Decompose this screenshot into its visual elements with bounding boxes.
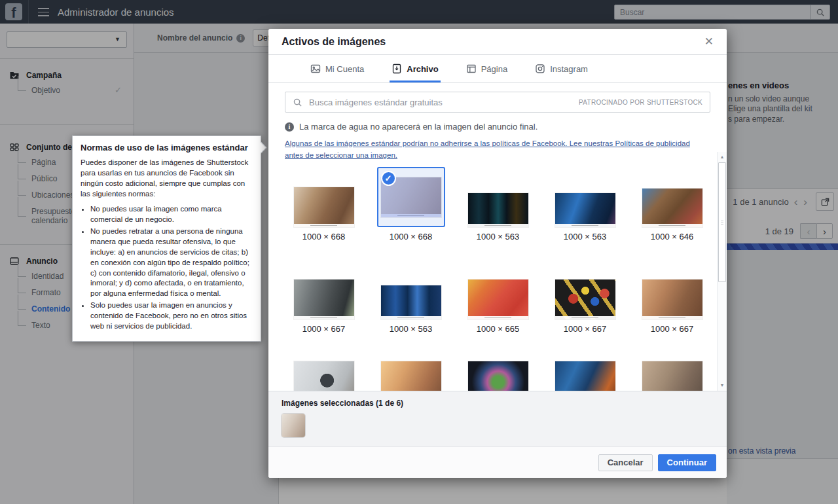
watermark-note: La marca de agua no aparecerá en la imag… <box>299 122 537 132</box>
image-thumb-box <box>642 165 702 227</box>
image-thumb-box <box>294 257 354 319</box>
image-result[interactable]: 1000 × 563 <box>367 257 454 334</box>
tooltip-bullet: No puedes retratar a una persona de ning… <box>90 226 253 299</box>
image-grid: 1000 × 668✓1000 × 6681000 × 5631000 × 56… <box>280 152 717 391</box>
stock-image-thumbnail[interactable] <box>294 279 354 319</box>
tab-pagina[interactable]: Página <box>466 55 507 82</box>
selected-images-label: Imágenes seleccionadas (1 de 6) <box>282 399 714 408</box>
image-thumb-box <box>381 339 441 391</box>
selected-images-bar: Imágenes seleccionadas (1 de 6) <box>268 391 727 446</box>
image-result[interactable]: 1000 × 668 <box>280 165 367 242</box>
stock-search-bar: PATROCINADO POR SHUTTERSTOCK <box>285 92 710 113</box>
tooltip-bullet: No puedes usar la imagen como marca come… <box>90 204 253 225</box>
image-dimensions-label: 1000 × 667 <box>564 325 606 334</box>
image-result[interactable]: 1000 × 667 <box>541 257 628 334</box>
modal-header: Activos de imágenes ✕ <box>268 29 727 55</box>
modal-tabs: Mi Cuenta Archivo Página Instagram <box>268 55 727 83</box>
image-thumb-box: ✓ <box>377 165 445 227</box>
image-dimensions-label: 1000 × 665 <box>477 325 519 334</box>
image-thumb-box <box>294 339 354 391</box>
image-thumb-box <box>555 257 615 319</box>
cancel-button[interactable]: Cancelar <box>598 454 653 471</box>
stock-image-thumbnail[interactable] <box>555 361 615 391</box>
stock-image-thumbnail[interactable] <box>294 187 354 227</box>
scrollbar-thumb[interactable] <box>718 162 726 282</box>
tab-label: Instagram <box>550 64 588 74</box>
image-result[interactable]: 1000 × 667 <box>628 257 716 334</box>
tab-archivo[interactable]: Archivo <box>392 55 438 82</box>
image-grid-row: 1000 × 668✓1000 × 6681000 × 5631000 × 56… <box>280 165 717 242</box>
scroll-up-icon[interactable]: ▲ <box>718 153 727 162</box>
selected-image-frame[interactable]: ✓ <box>377 167 445 227</box>
stock-image-thumbnail[interactable] <box>642 361 702 391</box>
image-thumb-box <box>381 257 441 319</box>
stock-search-input[interactable] <box>308 97 574 108</box>
image-dimensions-label: 1000 × 667 <box>651 325 693 334</box>
tab-instagram[interactable]: Instagram <box>535 55 588 82</box>
selected-check-icon: ✓ <box>381 171 396 186</box>
instagram-icon <box>535 63 545 74</box>
tab-label: Archivo <box>407 64 438 74</box>
image-thumb-box <box>294 165 354 227</box>
modal-title: Activos de imágenes <box>282 36 704 48</box>
stock-image-thumbnail[interactable] <box>642 189 702 227</box>
scrollbar[interactable]: ▲ ▼ <box>717 152 727 391</box>
stock-image-thumbnail[interactable] <box>555 279 615 319</box>
stock-image-thumbnail[interactable] <box>381 361 441 391</box>
tab-label: Página <box>481 64 507 74</box>
stock-image-thumbnail[interactable] <box>468 193 528 227</box>
image-thumb-box <box>468 339 528 391</box>
tooltip-bullet-list: No puedes usar la imagen como marca come… <box>81 204 253 331</box>
image-dimensions-label: 1000 × 563 <box>564 232 606 242</box>
image-result[interactable] <box>541 339 628 391</box>
shutterstock-watermark <box>294 316 354 319</box>
image-result[interactable] <box>628 339 716 391</box>
tooltip-intro: Puedes disponer de las imágenes de Shutt… <box>81 158 253 199</box>
stock-image-thumbnail[interactable] <box>555 193 615 227</box>
image-thumb-box <box>642 339 702 391</box>
image-result[interactable]: 1000 × 563 <box>541 165 628 242</box>
image-result[interactable]: 1000 × 667 <box>280 257 367 334</box>
close-icon[interactable]: ✕ <box>704 36 714 47</box>
stock-image-thumbnail[interactable] <box>381 285 441 319</box>
stock-image-thumbnail[interactable] <box>642 279 702 319</box>
shutterstock-watermark <box>381 316 441 319</box>
modal-body: PATROCINADO POR SHUTTERSTOCK La marca de… <box>268 83 727 391</box>
image-thumb-box <box>642 257 702 319</box>
continue-button[interactable]: Continuar <box>658 454 716 471</box>
shutterstock-watermark <box>468 224 528 227</box>
image-usage-tooltip: Normas de uso de las imágenes estándar P… <box>72 135 261 342</box>
search-icon <box>293 98 302 107</box>
page-icon <box>466 63 477 74</box>
shutterstock-watermark <box>294 224 354 227</box>
image-thumb-box <box>468 165 528 227</box>
watermark-note-row: La marca de agua no aparecerá en la imag… <box>285 122 710 132</box>
stock-image-thumbnail[interactable] <box>468 361 528 391</box>
image-thumb-box <box>555 339 615 391</box>
tab-mi-cuenta[interactable]: Mi Cuenta <box>310 55 364 82</box>
image-result[interactable] <box>280 339 367 391</box>
image-assets-modal: Activos de imágenes ✕ Mi Cuenta Archivo … <box>268 29 727 478</box>
tooltip-bullet: Solo puedes usar la imagen en anuncios y… <box>90 300 253 332</box>
tab-label: Mi Cuenta <box>325 64 364 74</box>
image-result[interactable]: 1000 × 665 <box>454 257 541 334</box>
image-result[interactable]: 1000 × 646 <box>628 165 716 242</box>
image-result[interactable] <box>454 339 541 391</box>
modal-footer: Cancelar Continuar <box>268 446 727 478</box>
image-dimensions-label: 1000 × 668 <box>302 232 345 242</box>
sponsor-label: PATROCINADO POR SHUTTERSTOCK <box>579 99 702 106</box>
image-result[interactable]: 1000 × 563 <box>454 165 541 242</box>
tooltip-title: Normas de uso de las imágenes estándar <box>81 143 253 153</box>
ads-manager-screen: f Administrador de anuncios Nombre del a… <box>0 0 838 504</box>
image-dimensions-label: 1000 × 563 <box>477 232 519 242</box>
selected-image-thumbnail[interactable] <box>282 414 305 437</box>
image-result[interactable] <box>367 339 454 391</box>
stock-image-thumbnail[interactable] <box>294 361 354 391</box>
image-result[interactable]: ✓1000 × 668 <box>367 165 454 242</box>
info-icon <box>285 122 294 132</box>
stock-archive-icon <box>392 63 402 74</box>
image-thumb-box <box>468 257 528 319</box>
stock-image-thumbnail[interactable] <box>468 279 528 319</box>
image-grid-row: 1000 × 6671000 × 5631000 × 6651000 × 667… <box>280 257 717 334</box>
scroll-down-icon[interactable]: ▼ <box>718 381 727 390</box>
